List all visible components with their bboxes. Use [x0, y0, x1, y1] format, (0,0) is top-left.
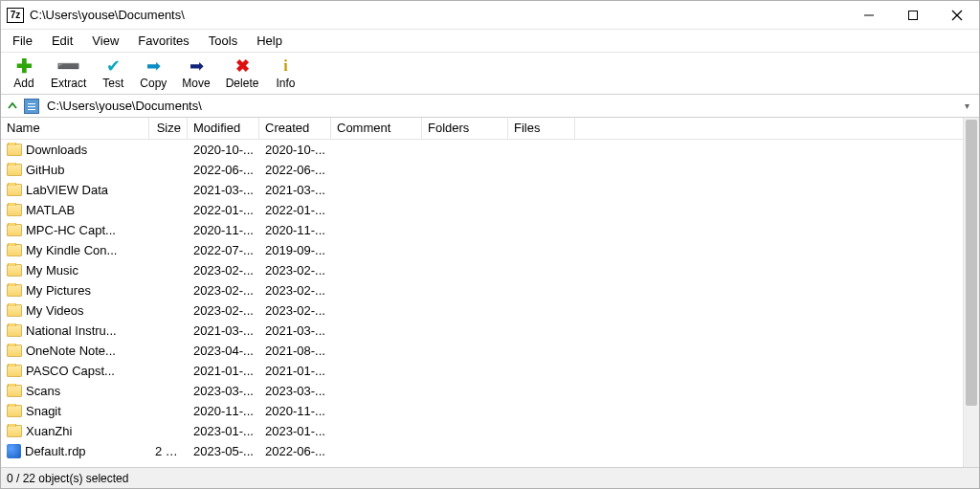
item-name: My Music: [26, 263, 78, 278]
folder-icon: [7, 365, 22, 377]
list-item[interactable]: My Videos2023-02-...2023-02-...: [1, 300, 963, 321]
toolbar: ✚ Add ➖ Extract ✔ Test ➡ Copy ➡ Move ✖ D…: [1, 53, 979, 95]
toolbar-extract-button[interactable]: ➖ Extract: [43, 56, 94, 92]
vertical-scrollbar[interactable]: [963, 118, 979, 467]
cell-created: 2019-09-...: [259, 243, 331, 257]
file-list-container: Name Size Modified Created Comment Folde…: [1, 118, 979, 467]
x-icon: ✖: [235, 57, 250, 75]
up-one-level-button[interactable]: [5, 99, 20, 114]
item-name: My Pictures: [26, 283, 91, 298]
menu-file[interactable]: File: [3, 31, 42, 51]
column-header-row: Name Size Modified Created Comment Folde…: [1, 118, 963, 140]
cell-name: Scans: [1, 384, 149, 398]
folder-icon: [7, 284, 22, 297]
cell-modified: 2022-07-...: [188, 243, 259, 257]
toolbar-copy-label: Copy: [140, 77, 167, 90]
cell-modified: 2021-01-...: [188, 364, 259, 378]
item-name: My Videos: [26, 303, 83, 318]
column-header-modified[interactable]: Modified: [188, 118, 259, 139]
cell-name: MPC-HC Capt...: [1, 223, 149, 237]
maximize-button[interactable]: [891, 1, 935, 30]
toolbar-copy-button[interactable]: ➡ Copy: [132, 56, 174, 92]
toolbar-info-button[interactable]: i Info: [266, 56, 304, 92]
cell-modified: 2021-03-...: [188, 323, 259, 338]
toolbar-delete-button[interactable]: ✖ Delete: [218, 56, 267, 92]
toolbar-delete-label: Delete: [226, 77, 259, 90]
arrow-right-dark-icon: ➡: [189, 57, 204, 75]
file-rows[interactable]: Downloads2020-10-...2020-10-...GitHub202…: [1, 140, 963, 467]
info-icon: i: [283, 57, 287, 75]
column-header-created[interactable]: Created: [259, 118, 331, 139]
cell-modified: 2023-02-...: [188, 283, 259, 298]
cell-created: 2022-06-...: [259, 163, 331, 177]
column-header-size[interactable]: Size: [149, 118, 188, 139]
cell-size: 2 430: [149, 444, 188, 458]
list-item[interactable]: MPC-HC Capt...2020-11-...2020-11-...: [1, 220, 963, 240]
toolbar-move-button[interactable]: ➡ Move: [174, 56, 217, 92]
toolbar-info-label: Info: [276, 77, 295, 90]
item-name: MPC-HC Capt...: [26, 223, 116, 237]
item-name: Snagit: [26, 404, 61, 418]
item-name: My Kindle Con...: [26, 243, 117, 257]
column-header-name[interactable]: Name: [1, 118, 149, 139]
folder-icon: [7, 224, 22, 236]
list-item[interactable]: Downloads2020-10-...2020-10-...: [1, 140, 963, 160]
list-item[interactable]: LabVIEW Data2021-03-...2021-03-...: [1, 180, 963, 200]
status-text: 0 / 22 object(s) selected: [7, 472, 128, 485]
cell-created: 2020-10-...: [259, 143, 331, 157]
cell-name: XuanZhi: [1, 424, 149, 438]
folder-icon: [7, 164, 22, 176]
list-item[interactable]: PASCO Capst...2021-01-...2021-01-...: [1, 361, 963, 381]
toolbar-add-button[interactable]: ✚ Add: [5, 56, 43, 92]
cell-name: LabVIEW Data: [1, 183, 149, 197]
list-item[interactable]: My Kindle Con...2022-07-...2019-09-...: [1, 240, 963, 260]
cell-name: My Kindle Con...: [1, 243, 149, 257]
minimize-button[interactable]: [847, 1, 891, 30]
list-item[interactable]: National Instru...2021-03-...2021-03-...: [1, 321, 963, 341]
list-item[interactable]: Default.rdp2 4302023-05-...2022-06-...: [1, 441, 963, 461]
file-list: Name Size Modified Created Comment Folde…: [1, 118, 963, 467]
item-name: LabVIEW Data: [26, 183, 108, 197]
cell-modified: 2022-01-...: [188, 203, 259, 217]
list-item[interactable]: Scans2023-03-...2023-03-...: [1, 381, 963, 401]
address-input[interactable]: C:\Users\youse\Documents\: [43, 98, 954, 114]
title-bar[interactable]: 7z C:\Users\youse\Documents\: [1, 1, 979, 30]
list-item[interactable]: GitHub2022-06-...2022-06-...: [1, 160, 963, 180]
list-item[interactable]: XuanZhi2023-01-...2023-01-...: [1, 421, 963, 441]
cell-name: PASCO Capst...: [1, 364, 149, 378]
folder-icon: [7, 184, 22, 196]
cell-name: National Instru...: [1, 323, 149, 338]
cell-name: Downloads: [1, 143, 149, 157]
item-name: Scans: [26, 384, 60, 398]
folder-icon: [7, 385, 22, 397]
list-item[interactable]: Snagit2020-11-...2020-11-...: [1, 401, 963, 421]
cell-created: 2021-08-...: [259, 344, 331, 358]
column-header-folders[interactable]: Folders: [422, 118, 508, 139]
menu-favorites[interactable]: Favorites: [128, 31, 198, 51]
cell-created: 2021-03-...: [259, 183, 331, 197]
menu-help[interactable]: Help: [247, 31, 292, 51]
list-item[interactable]: My Music2023-02-...2023-02-...: [1, 260, 963, 280]
folder-icon: [7, 264, 22, 277]
cell-modified: 2020-10-...: [188, 143, 259, 157]
scrollbar-thumb-icon[interactable]: [966, 120, 977, 406]
cell-name: OneNote Note...: [1, 344, 149, 358]
folder-icon: [7, 345, 22, 357]
menu-edit[interactable]: Edit: [42, 31, 82, 51]
list-item[interactable]: MATLAB2022-01-...2022-01-...: [1, 200, 963, 220]
cell-modified: 2020-11-...: [188, 223, 259, 237]
cell-name: MATLAB: [1, 203, 149, 217]
list-item[interactable]: OneNote Note...2023-04-...2021-08-...: [1, 341, 963, 361]
menu-view[interactable]: View: [82, 31, 128, 51]
cell-created: 2023-02-...: [259, 303, 331, 318]
column-header-files[interactable]: Files: [508, 118, 575, 139]
folder-icon: [7, 324, 22, 337]
toolbar-test-button[interactable]: ✔ Test: [94, 56, 132, 92]
toolbar-test-label: Test: [102, 77, 123, 90]
menu-tools[interactable]: Tools: [199, 31, 247, 51]
column-header-comment[interactable]: Comment: [331, 118, 422, 139]
close-button[interactable]: [935, 1, 979, 30]
address-dropdown-button[interactable]: ▾: [958, 100, 975, 111]
list-item[interactable]: My Pictures2023-02-...2023-02-...: [1, 280, 963, 300]
address-bar: C:\Users\youse\Documents\ ▾: [1, 95, 979, 118]
